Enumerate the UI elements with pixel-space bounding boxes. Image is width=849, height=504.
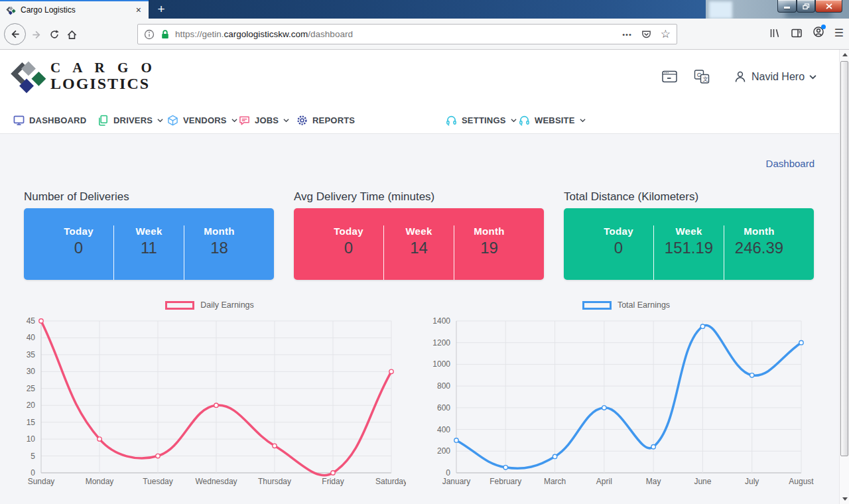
svg-text:10: 10 bbox=[27, 434, 36, 444]
svg-text:Thursday: Thursday bbox=[258, 477, 291, 486]
browser-tab[interactable]: Cargo Logistics × bbox=[0, 0, 149, 19]
browser-window-icon bbox=[662, 69, 678, 84]
nav-item-vendors[interactable]: VENDORS bbox=[167, 107, 237, 133]
scrollbar-thumb[interactable] bbox=[840, 61, 848, 456]
breadcrumb[interactable]: Dashboard bbox=[766, 158, 815, 169]
chat-icon bbox=[239, 115, 250, 126]
daily-earnings-chart: Daily Earnings 051015202530354045SundayM… bbox=[13, 300, 406, 499]
home-button[interactable] bbox=[63, 26, 80, 43]
stat-today: Today 0 bbox=[584, 225, 654, 280]
nav-item-website[interactable]: WEBSITE bbox=[519, 107, 586, 133]
dashboard-content: Dashboard Number of Deliveries Avg Deliv… bbox=[0, 134, 839, 504]
browser-window: Cargo Logistics × + bbox=[0, 0, 849, 504]
reload-icon bbox=[49, 29, 60, 40]
close-button[interactable] bbox=[815, 0, 842, 13]
forward-button[interactable] bbox=[28, 26, 45, 43]
headset-icon bbox=[446, 115, 457, 126]
svg-text:600: 600 bbox=[437, 403, 450, 412]
svg-text:200: 200 bbox=[437, 446, 450, 456]
daily-earnings-plot: 051015202530354045SundayMondayTuesdayWed… bbox=[13, 312, 406, 499]
https-lock-icon[interactable] bbox=[160, 29, 170, 40]
translate-button[interactable]: G 文 bbox=[694, 69, 710, 84]
monitor-icon bbox=[13, 115, 25, 126]
tab-close-icon[interactable]: × bbox=[134, 5, 143, 15]
browser-titlebar: Cargo Logistics × + bbox=[0, 0, 849, 19]
logo-line1: C A R G O bbox=[50, 60, 157, 76]
library-icon[interactable] bbox=[769, 27, 781, 39]
legend-label: Total Earnings bbox=[618, 300, 670, 310]
minimize-button[interactable] bbox=[777, 0, 797, 13]
pocket-icon[interactable] bbox=[641, 29, 652, 40]
delivery-time-card: Today 0 Week 14 Month 19 bbox=[294, 208, 544, 280]
site-header: C A R G O LOGISTICS G bbox=[0, 50, 839, 107]
svg-text:35: 35 bbox=[27, 350, 36, 359]
new-tab-button[interactable]: + bbox=[151, 0, 171, 19]
legend-label: Daily Earnings bbox=[200, 300, 254, 310]
back-icon bbox=[9, 29, 21, 40]
svg-text:400: 400 bbox=[437, 425, 450, 434]
page-actions-icon[interactable]: ••• bbox=[622, 31, 632, 38]
gear-icon bbox=[296, 115, 308, 126]
logo-text: C A R G O LOGISTICS bbox=[50, 60, 157, 92]
svg-text:5: 5 bbox=[31, 452, 35, 461]
chevron-down-icon bbox=[231, 118, 237, 123]
svg-text:August: August bbox=[789, 477, 814, 486]
browser-window-button[interactable] bbox=[662, 69, 678, 84]
desktop-blur-blob bbox=[709, 1, 732, 19]
svg-text:Saturday: Saturday bbox=[375, 477, 406, 486]
stat-today: Today 0 bbox=[44, 225, 114, 280]
nav-item-reports[interactable]: REPORTS bbox=[296, 107, 355, 133]
sidebar-icon[interactable] bbox=[791, 27, 803, 39]
svg-text:February: February bbox=[490, 477, 521, 486]
nav-label: DRIVERS bbox=[113, 115, 153, 125]
chart-legend[interactable]: Total Earnings bbox=[430, 300, 822, 310]
stat-week: Week 151.19 bbox=[654, 225, 724, 280]
url-bar[interactable]: https://getin.cargologisticskw.com/dashb… bbox=[137, 24, 677, 44]
svg-text:文: 文 bbox=[702, 76, 708, 82]
legend-swatch bbox=[165, 301, 194, 310]
stat-month: Month 19 bbox=[454, 225, 524, 280]
svg-text:Wednesday: Wednesday bbox=[195, 477, 237, 486]
firefox-account-button[interactable] bbox=[813, 26, 824, 40]
stat-week: Week 14 bbox=[384, 225, 454, 280]
bookmark-star-icon[interactable]: ☆ bbox=[661, 29, 671, 40]
svg-text:Friday: Friday bbox=[322, 477, 344, 486]
svg-text:25: 25 bbox=[27, 384, 36, 393]
home-icon bbox=[66, 29, 78, 40]
menu-icon[interactable]: ☰ bbox=[834, 28, 844, 38]
translate-icon: G 文 bbox=[694, 69, 710, 84]
total-earnings-chart: Total Earnings 0200400600800100012001400… bbox=[430, 300, 822, 499]
stat-today: Today 0 bbox=[314, 225, 384, 280]
card-title-delivery-time: Avg Delivery Time (minutes) bbox=[294, 190, 434, 204]
main-navigation: DASHBOARD DRIVERS VENDORS JOBS bbox=[0, 107, 839, 134]
tab-title: Cargo Logistics bbox=[21, 5, 134, 15]
window-controls bbox=[777, 0, 842, 13]
chart-legend[interactable]: Daily Earnings bbox=[13, 300, 406, 310]
reload-button[interactable] bbox=[46, 26, 63, 43]
restore-button[interactable] bbox=[797, 0, 815, 13]
page-scrollbar[interactable] bbox=[839, 50, 849, 504]
site-info-icon[interactable] bbox=[144, 29, 155, 40]
nav-item-jobs[interactable]: JOBS bbox=[239, 107, 289, 133]
site-favicon bbox=[5, 5, 16, 15]
forward-icon bbox=[31, 29, 42, 40]
svg-text:Sunday: Sunday bbox=[28, 477, 55, 486]
back-button[interactable] bbox=[4, 23, 26, 45]
nav-item-dashboard[interactable]: DASHBOARD bbox=[13, 107, 86, 133]
nav-item-settings[interactable]: SETTINGS bbox=[446, 107, 517, 133]
nav-label: REPORTS bbox=[312, 115, 355, 125]
notification-dot bbox=[821, 25, 826, 29]
chevron-down-icon bbox=[283, 118, 289, 123]
pages-icon bbox=[98, 115, 109, 126]
nav-label: DASHBOARD bbox=[29, 115, 86, 125]
svg-text:Tuesday: Tuesday bbox=[143, 477, 173, 486]
url-prefix: https://getin. bbox=[175, 29, 224, 39]
user-menu[interactable]: Navid Hero bbox=[734, 70, 816, 84]
nav-item-drivers[interactable]: DRIVERS bbox=[98, 107, 163, 133]
scroll-down-button[interactable] bbox=[840, 494, 849, 504]
deliveries-card: Today 0 Week 11 Month 18 bbox=[24, 208, 274, 280]
scroll-up-button[interactable] bbox=[840, 50, 849, 60]
site-logo[interactable]: C A R G O LOGISTICS bbox=[7, 57, 157, 95]
url-text: https://getin.cargologisticskw.com/dashb… bbox=[175, 29, 353, 39]
svg-text:0: 0 bbox=[446, 468, 450, 477]
